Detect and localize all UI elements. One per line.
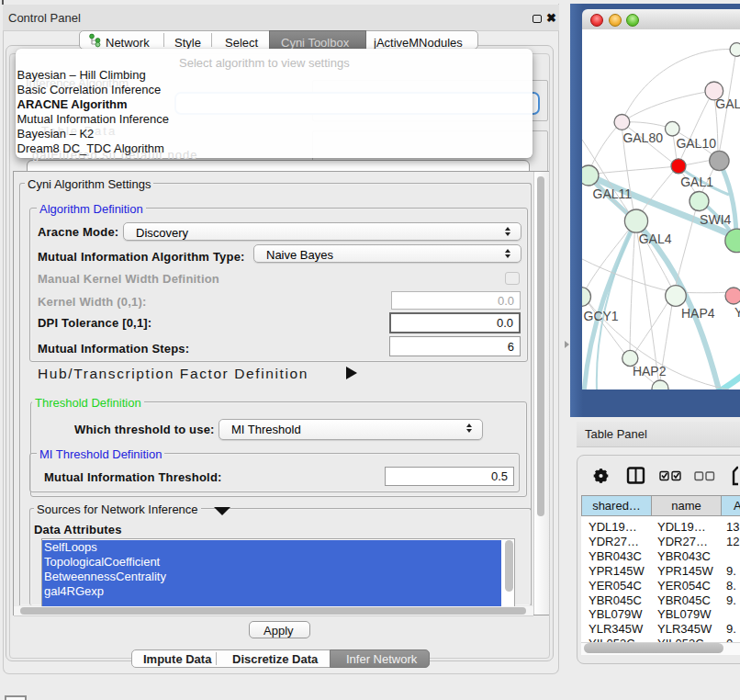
svg-text:GAL11: GAL11 [593,186,633,201]
svg-text:SWI4: SWI4 [700,212,731,227]
svg-text:YM: YM [734,305,740,320]
svg-text:GAL4: GAL4 [639,231,672,246]
svg-text:HAP4: HAP4 [681,306,715,321]
svg-text:HAP2: HAP2 [633,364,667,378]
svg-text:GAL80: GAL80 [622,130,663,145]
svg-text:GAL1: GAL1 [680,175,713,189]
svg-text:GAL10: GAL10 [676,136,716,151]
svg-text:GAL2: GAL2 [715,96,740,111]
svg-text:GCY1: GCY1 [584,309,619,323]
